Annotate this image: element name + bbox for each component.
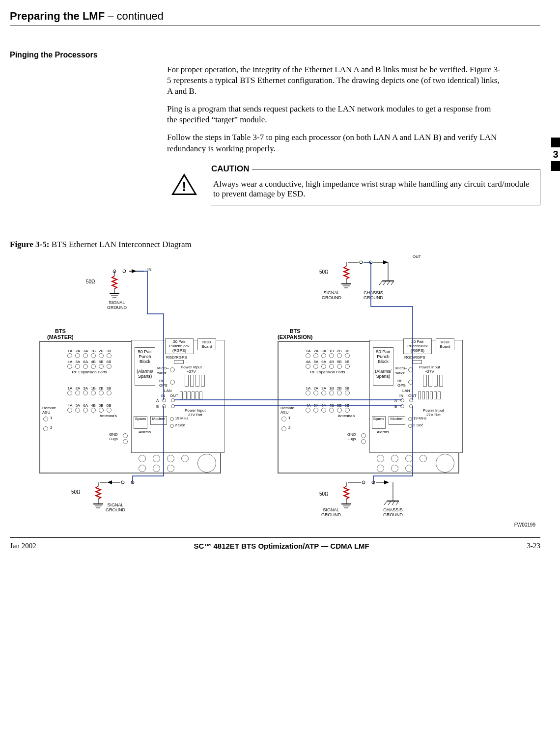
figure-code: FW00199 bbox=[514, 522, 535, 528]
figure-caption: Figure 3-5: BTS Ethernet LAN Interconnec… bbox=[10, 240, 540, 250]
footer-date: Jan 2002 bbox=[10, 542, 36, 550]
svg-point-27 bbox=[131, 481, 134, 484]
figure-title: BTS Ethernet LAN Interconnect Diagram bbox=[49, 240, 191, 249]
caution-label: CAUTION bbox=[211, 164, 252, 174]
svg-point-26 bbox=[121, 481, 124, 484]
svg-text:!: ! bbox=[182, 179, 186, 194]
paragraph-1: For proper operation, the integrity of t… bbox=[167, 64, 501, 97]
svg-marker-37 bbox=[384, 480, 389, 484]
svg-line-48 bbox=[392, 501, 395, 505]
chassis-ground-br: CHASSIS GROUND bbox=[383, 508, 403, 518]
resistor-label-bl: 50Ω bbox=[71, 489, 81, 495]
footer-title: SC™ 4812ET BTS Optimization/ATP — CDMA L… bbox=[194, 542, 369, 550]
svg-line-46 bbox=[384, 501, 387, 505]
page-header: Preparing the LMF – continued bbox=[10, 10, 540, 26]
svg-line-49 bbox=[396, 501, 399, 505]
caution-icon: ! bbox=[167, 164, 201, 205]
section-body: For proper operation, the integrity of t… bbox=[167, 64, 501, 154]
footer-page: 3-23 bbox=[527, 542, 541, 550]
svg-point-35 bbox=[362, 481, 365, 484]
paragraph-3: Follow the steps in Table 3-7 to ping ea… bbox=[167, 132, 501, 154]
figure-diagram: IN 50Ω SIGNAL GROUND OUT bbox=[10, 252, 540, 528]
caution-block: ! CAUTION Always wear a conductive, high… bbox=[167, 164, 540, 205]
chapter-tab: 3 bbox=[551, 138, 560, 171]
caution-text: Always wear a conductive, high impedance… bbox=[213, 179, 533, 199]
svg-marker-28 bbox=[107, 480, 112, 484]
chapter-number: 3 bbox=[551, 147, 560, 161]
section-heading: Pinging the Processors bbox=[10, 51, 540, 59]
header-title-bold: Preparing the LMF bbox=[10, 10, 105, 22]
svg-point-36 bbox=[372, 481, 375, 484]
header-title-cont: – continued bbox=[105, 10, 164, 22]
svg-line-47 bbox=[388, 501, 391, 505]
resistor-label-br: 50Ω bbox=[319, 491, 329, 497]
page-footer: Jan 2002 SC™ 4812ET BTS Optimization/ATP… bbox=[10, 537, 540, 560]
signal-ground-bl: SIGNAL GROUND bbox=[106, 503, 125, 513]
paragraph-2: Ping is a program that sends request pac… bbox=[167, 104, 501, 125]
figure-number: Figure 3-5: bbox=[10, 240, 49, 249]
signal-ground-br: SIGNAL GROUND bbox=[321, 508, 341, 518]
